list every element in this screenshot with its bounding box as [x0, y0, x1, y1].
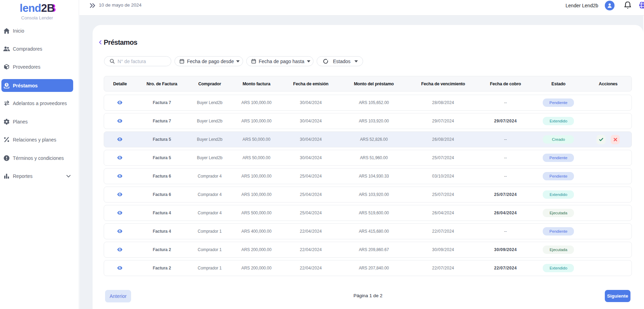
svg-text:$: $	[6, 83, 8, 86]
